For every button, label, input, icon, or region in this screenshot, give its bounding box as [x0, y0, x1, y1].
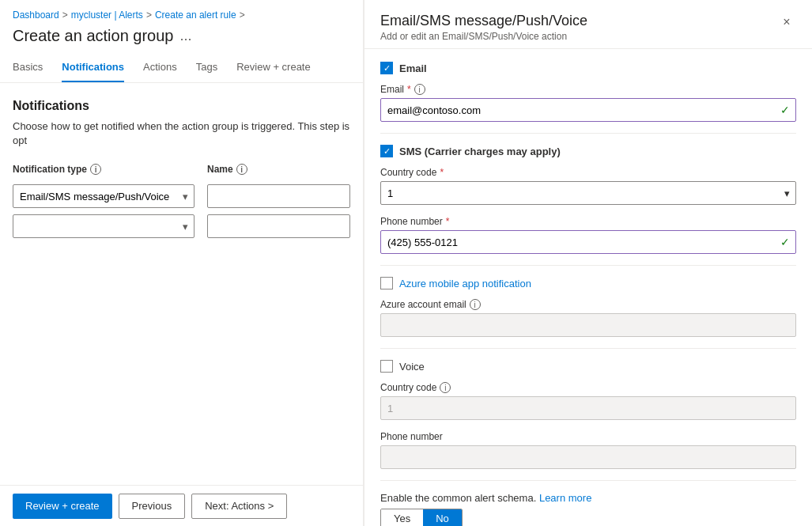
phone-label: Phone number * — [380, 216, 796, 227]
schema-toggle-group: Yes No — [380, 509, 463, 526]
table-header-row: Notification type i Name i — [13, 164, 350, 178]
notification-name-input[interactable] — [207, 184, 350, 208]
notification-name-input-2[interactable] — [207, 214, 350, 238]
voice-phone-label: Phone number — [380, 431, 796, 442]
col-header-notification-type: Notification type i — [13, 164, 195, 175]
email-input[interactable] — [380, 98, 796, 122]
voice-phone-input[interactable] — [380, 445, 796, 469]
page-title-row: Create an action group ... — [0, 24, 363, 55]
divider-2 — [380, 265, 796, 266]
section-title: Notifications — [13, 99, 350, 113]
voice-phone-group: Phone number — [380, 431, 796, 469]
email-checkbox-row: ✓ Email — [380, 62, 796, 74]
breadcrumb-create-alert[interactable]: Create an alert rule — [155, 9, 236, 21]
email-input-wrapper: ✓ — [380, 98, 796, 122]
flyout-title: Email/SMS message/Push/Voice — [380, 13, 587, 29]
sms-checkbox[interactable]: ✓ — [380, 145, 393, 157]
flyout-panel: Email/SMS message/Push/Voice Add or edit… — [364, 0, 812, 526]
page-title-dots[interactable]: ... — [179, 28, 191, 44]
schema-no-button[interactable]: No — [423, 509, 462, 526]
voice-checkbox[interactable] — [380, 360, 393, 373]
sms-checkbox-label: SMS (Carrier charges may apply) — [399, 146, 561, 157]
email-checkbox[interactable]: ✓ — [380, 62, 393, 74]
phone-input[interactable] — [380, 230, 796, 254]
phone-input-wrapper: ✓ — [380, 230, 796, 254]
bottom-bar: Review + create Previous Next: Actions > — [0, 485, 363, 526]
breadcrumb-dashboard[interactable]: Dashboard — [13, 9, 59, 21]
email-checkbox-label: Email — [399, 62, 427, 74]
voice-country-code-group: Country code i — [380, 382, 796, 420]
phone-field-group: Phone number * ✓ — [380, 216, 796, 254]
azure-email-input-wrapper — [380, 313, 796, 337]
learn-more-link[interactable]: Learn more — [539, 492, 591, 504]
phone-required-star: * — [446, 216, 450, 227]
email-required-star: * — [407, 84, 411, 95]
review-create-button[interactable]: Review + create — [13, 494, 112, 519]
country-code-label: Country code * — [380, 167, 796, 178]
left-content: Notifications Choose how to get notified… — [0, 83, 363, 485]
schema-yes-button[interactable]: Yes — [381, 509, 423, 526]
voice-country-code-input[interactable] — [380, 396, 796, 420]
schema-row: Enable the common alert schema. Learn mo… — [380, 492, 796, 526]
phone-valid-icon: ✓ — [780, 236, 790, 248]
tab-review-create[interactable]: Review + create — [236, 55, 311, 82]
azure-checkbox[interactable] — [380, 277, 393, 289]
flyout-title-block: Email/SMS message/Push/Voice Add or edit… — [380, 13, 587, 42]
country-code-dropdown-wrapper: 1 ▾ — [380, 181, 796, 205]
email-field-group: Email * i ✓ — [380, 84, 796, 122]
country-code-field-group: Country code * 1 ▾ — [380, 167, 796, 205]
nav-tabs: Basics Notifications Actions Tags Review… — [0, 55, 363, 83]
table-row: Email/SMS message/Push/Voice ▾ — [13, 184, 350, 208]
tab-notifications[interactable]: Notifications — [62, 55, 124, 82]
azure-checkbox-label: Azure mobile app notification — [399, 278, 531, 289]
country-code-select[interactable]: 1 — [380, 181, 796, 205]
previous-button[interactable]: Previous — [119, 494, 186, 519]
name-info-icon[interactable]: i — [236, 164, 247, 175]
flyout-subtitle: Add or edit an Email/SMS/Push/Voice acti… — [380, 31, 587, 42]
notification-type-select-wrapper-2: Email/SMS message/Push/Voice ▾ — [13, 214, 195, 238]
divider-4 — [380, 480, 796, 481]
page-title: Create an action group — [13, 27, 173, 45]
voice-checkbox-label: Voice — [399, 361, 425, 373]
flyout-body: ✓ Email Email * i ✓ ✓ — [364, 49, 812, 526]
next-actions-button[interactable]: Next: Actions > — [191, 494, 287, 519]
notification-type-select-2[interactable]: Email/SMS message/Push/Voice — [13, 214, 195, 238]
voice-country-code-info-icon[interactable]: i — [440, 382, 451, 393]
tab-actions[interactable]: Actions — [143, 55, 177, 82]
sms-checkbox-row: ✓ SMS (Carrier charges may apply) — [380, 145, 796, 157]
voice-country-code-label: Country code i — [380, 382, 796, 393]
section-description: Choose how to get notified when the acti… — [13, 119, 350, 148]
flyout-close-button[interactable]: × — [777, 13, 796, 32]
divider-1 — [380, 133, 796, 134]
azure-checkbox-row: Azure mobile app notification — [380, 277, 796, 289]
email-checkmark-icon: ✓ — [383, 63, 391, 74]
notification-type-select-wrapper: Email/SMS message/Push/Voice ▾ — [13, 184, 195, 208]
notification-type-info-icon[interactable]: i — [90, 164, 101, 175]
azure-email-info-icon[interactable]: i — [470, 299, 481, 310]
divider-3 — [380, 348, 796, 349]
table-row: Email/SMS message/Push/Voice ▾ — [13, 214, 350, 238]
tab-tags[interactable]: Tags — [196, 55, 217, 82]
voice-checkbox-row: Voice — [380, 360, 796, 373]
azure-email-field-group: Azure account email i — [380, 299, 796, 337]
breadcrumb-alerts[interactable]: mycluster | Alerts — [71, 9, 143, 21]
azure-email-label: Azure account email i — [380, 299, 796, 310]
email-field-label: Email * i — [380, 84, 796, 95]
col-header-name: Name i — [207, 164, 350, 175]
schema-label: Enable the common alert schema. Learn mo… — [380, 492, 796, 504]
flyout-header: Email/SMS message/Push/Voice Add or edit… — [364, 0, 812, 49]
breadcrumb: Dashboard > mycluster | Alerts > Create … — [0, 0, 363, 24]
azure-email-input[interactable] — [380, 313, 796, 337]
country-code-required-star: * — [440, 167, 444, 178]
notification-type-select[interactable]: Email/SMS message/Push/Voice — [13, 184, 195, 208]
email-info-icon[interactable]: i — [414, 84, 425, 95]
tab-basics[interactable]: Basics — [13, 55, 43, 82]
email-valid-icon: ✓ — [780, 104, 790, 116]
sms-checkmark-icon: ✓ — [383, 146, 391, 157]
